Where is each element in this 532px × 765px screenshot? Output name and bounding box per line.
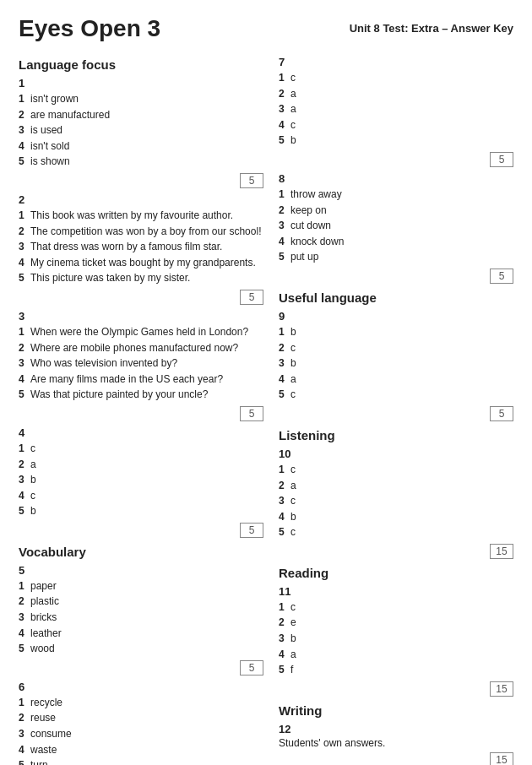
list-item: 5This picture was taken by my sister. [19, 270, 263, 286]
list-item: 1c [279, 600, 513, 616]
list-item: 3bricks [19, 610, 263, 626]
list-item: 4knock down [279, 234, 513, 250]
q8-answers: 1throw away 2keep on 3cut down 4knock do… [279, 187, 513, 265]
list-item: 2c [279, 340, 513, 356]
q4-answers: 1c 2a 3b 4c 5b [19, 441, 263, 519]
q7-answers: 1c 2a 3a 4c 5b [279, 70, 513, 149]
list-item: 1c [279, 70, 513, 86]
list-item: 2e [279, 615, 513, 631]
q2-score-row: 5 [19, 290, 263, 305]
q6-answers: 1recycle 2reuse 3consume 4waste 5turn [19, 695, 263, 765]
list-item: 1This book was written by my favourite a… [19, 208, 263, 224]
list-item: 1c [19, 441, 263, 457]
list-item: 5put up [279, 249, 513, 265]
list-item: 5wood [19, 641, 263, 657]
list-item: 5turn [19, 757, 263, 765]
list-item: 3b [19, 472, 263, 488]
list-item: 1throw away [279, 187, 513, 203]
section-useful-language: Useful language [279, 290, 513, 305]
q10-score-row: 15 [279, 544, 513, 559]
q9-answers: 1b 2c 3b 4a 5c [279, 324, 513, 403]
q2-number: 2 [19, 193, 263, 206]
q10-answers: 1c 2a 3c 4b 5c [279, 462, 513, 540]
list-item: 2Where are mobile phones manufactured no… [19, 340, 263, 356]
list-item: 4a [279, 647, 513, 663]
q7-number: 7 [279, 56, 513, 68]
col-right: 7 1c 2a 3a 4c 5b 5 8 1throw away 2keep o… [263, 51, 513, 765]
list-item: 3b [279, 355, 513, 372]
list-item: 4leather [19, 626, 263, 642]
q11-score-row: 15 [279, 681, 513, 697]
list-item: 4isn't sold [19, 138, 263, 155]
section-reading: Reading [279, 566, 513, 580]
list-item: 2a [279, 86, 513, 102]
main-content: Language focus 1 1isn't grown 2are manuf… [19, 51, 513, 765]
list-item: 5b [19, 503, 263, 519]
q10-score-box: 15 [490, 544, 513, 559]
list-item: 1When were the Olympic Games held in Lon… [19, 324, 263, 340]
q8-number: 8 [279, 172, 513, 185]
list-item: 4a [279, 372, 513, 388]
q10-number: 10 [279, 448, 513, 460]
section-writing: Writing [279, 703, 513, 718]
q12-score-box1: 15 [490, 752, 513, 765]
q3-score-box: 5 [240, 406, 263, 421]
q1-score-box: 5 [240, 173, 263, 188]
q11-number: 11 [279, 585, 513, 598]
q5-number: 5 [19, 564, 263, 577]
list-item: 2keep on [279, 203, 513, 219]
q8-score-row: 5 [279, 269, 513, 284]
list-item: 3cut down [279, 218, 513, 234]
q11-score-box: 15 [490, 681, 513, 697]
list-item: 3c [279, 493, 513, 509]
list-item: 2reuse [19, 710, 263, 726]
list-item: 2plastic [19, 594, 263, 610]
q9-number: 9 [279, 310, 513, 323]
list-item: 2a [19, 457, 263, 473]
q4-number: 4 [19, 426, 263, 439]
list-item: 1paper [19, 578, 263, 594]
q8-score-box: 5 [490, 269, 513, 284]
q12-number: 12 [279, 723, 513, 735]
q9-score-row: 5 [279, 406, 513, 421]
q3-answers: 1When were the Olympic Games held in Lon… [19, 324, 263, 403]
col-left: Language focus 1 1isn't grown 2are manuf… [19, 51, 263, 765]
q12-answer: Students' own answers. [279, 737, 513, 749]
list-item: 5c [279, 387, 513, 403]
q12-score-row1: 15 [279, 752, 513, 765]
header: Eyes Open 3 Unit 8 Test: Extra – Answer … [19, 15, 513, 42]
q9-score-box: 5 [490, 406, 513, 421]
list-item: 3b [279, 631, 513, 647]
list-item: 4waste [19, 742, 263, 758]
header-subtitle: Unit 8 Test: Extra – Answer Key [350, 15, 513, 35]
list-item: 5Was that picture painted by your uncle? [19, 387, 263, 403]
q1-answers: 1isn't grown 2are manufactured 3is used … [19, 91, 263, 170]
list-item: 4c [279, 117, 513, 133]
list-item: 2The competition was won by a boy from o… [19, 224, 263, 240]
list-item: 4Are many films made in the US each year… [19, 372, 263, 388]
q5-answers: 1paper 2plastic 3bricks 4leather 5wood [19, 578, 263, 657]
q11-answers: 1c 2e 3b 4a 5f [279, 600, 513, 678]
q1-number: 1 [19, 77, 263, 90]
list-item: 3consume [19, 726, 263, 742]
q4-score-box: 5 [240, 523, 263, 538]
list-item: 5f [279, 662, 513, 678]
q2-score-box: 5 [240, 290, 263, 305]
list-item: 5c [279, 524, 513, 540]
list-item: 2a [279, 478, 513, 494]
q5-score-row: 5 [19, 660, 263, 675]
section-vocabulary: Vocabulary [19, 545, 263, 559]
q4-score-row: 5 [19, 523, 263, 538]
list-item: 3Who was television invented by? [19, 355, 263, 372]
q6-number: 6 [19, 681, 263, 693]
list-item: 5is shown [19, 154, 263, 170]
list-item: 4c [19, 488, 263, 504]
q3-number: 3 [19, 310, 263, 323]
list-item: 3a [279, 101, 513, 117]
q2-answers: 1This book was written by my favourite a… [19, 208, 263, 286]
list-item: 1recycle [19, 695, 263, 711]
list-item: 2are manufactured [19, 107, 263, 123]
list-item: 1b [279, 324, 513, 340]
list-item: 1isn't grown [19, 91, 263, 107]
list-item: 5b [279, 133, 513, 149]
